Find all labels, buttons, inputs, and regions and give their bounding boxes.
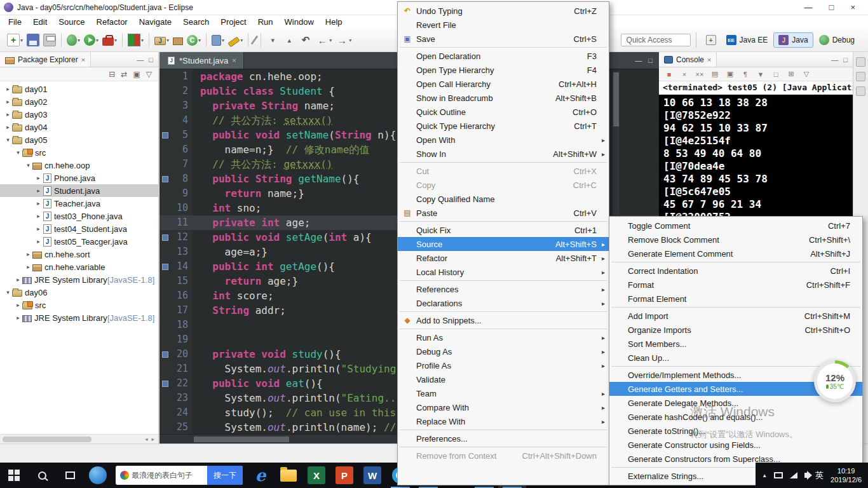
forward-icon[interactable]: → [336,34,348,46]
scrollbar-thumb[interactable] [613,72,619,126]
context-menu-item-declarations[interactable]: Declarations▸ [398,296,609,310]
context-menu-item-replace-with[interactable]: Replace With▸ [398,414,609,428]
scroll-right-icon[interactable]: ▸ [151,436,154,442]
tree-expander-icon[interactable]: ▾ [24,162,32,168]
open-console-icon[interactable]: ⊞ [786,69,796,79]
context-menu-item-references[interactable]: References▸ [398,282,609,296]
context-menu-item-open-declaration[interactable]: Open DeclarationF3 [398,49,609,63]
source-submenu-item-generate-element-comment[interactable]: Generate Element CommentAlt+Shift+J [609,247,862,261]
maximize-editor-icon[interactable]: □ [648,57,653,64]
tree-item-day05[interactable]: ▾day05 [0,133,158,146]
tree-item-jre-system-library-javase-1-8[interactable]: ▸JRE System Library [JavaSE-1.8] [0,273,158,286]
remove-launch-icon[interactable]: × [679,69,689,79]
maximize-view-icon[interactable]: □ [149,56,153,64]
menubar-item-window[interactable]: Window [279,16,320,28]
debug-icon[interactable] [67,34,77,46]
perspective-debug[interactable]: Debug [815,33,859,47]
word-icon[interactable]: W [358,463,386,488]
source-submenu-item-correct-indentation[interactable]: Correct IndentationCtrl+I [609,264,862,278]
minimize-view-icon[interactable]: — [137,56,144,64]
search-widget-button[interactable]: 搜一下 [207,466,243,485]
search-icon[interactable] [227,37,240,48]
start-button[interactable] [0,463,28,488]
context-menu-item-local-history[interactable]: Local History▸ [398,265,609,279]
context-menu-item-paste[interactable]: ▤PasteCtrl+V [398,206,609,220]
word-wrap-icon[interactable]: ¶ [740,69,750,79]
taskbar-clock[interactable]: 10:19 2019/12/6 [831,466,862,484]
console-output[interactable]: 10 66 13 18 38 28[I@7852e92294 62 15 10 … [659,95,853,226]
stop-icon[interactable]: ■ [664,69,674,79]
tree-item-day01[interactable]: ▸day01 [0,83,158,95]
dropdown-caret-icon[interactable]: ▾ [222,37,224,43]
context-menu-item-preferences[interactable]: Preferences... [398,431,609,445]
tree-expander-icon[interactable]: ▸ [14,276,22,283]
new-package-icon[interactable] [173,37,183,45]
tree-expander-icon[interactable]: ▸ [34,175,43,181]
context-menu-item-copy[interactable]: CopyCtrl+C [398,178,609,192]
dropdown-caret-icon[interactable]: ▾ [349,37,351,43]
context-menu-item-validate[interactable]: Validate [398,372,609,386]
menubar-item-run[interactable]: Run [252,16,279,28]
tree-expander-icon[interactable]: ▸ [14,302,22,308]
system-monitor-ball[interactable]: 12% 35℃ [814,360,856,402]
maximize-button[interactable]: □ [829,3,834,12]
tree-expander-icon[interactable]: ▸ [24,251,32,257]
context-menu-item-open-type-hierarchy[interactable]: Open Type HierarchyF4 [398,63,609,77]
package-explorer-hscrollbar[interactable]: ◂ ▸ [0,434,158,444]
dropdown-caret-icon[interactable]: ▾ [141,37,144,43]
source-submenu-item-organize-imports[interactable]: Organize ImportsCtrl+Shift+O [609,323,862,337]
quick-access[interactable]: Quick Access [621,34,691,46]
minimize-editor-icon[interactable]: — [635,57,642,64]
restore-view-icon[interactable] [856,72,865,81]
tree-expander-icon[interactable]: ▸ [34,226,43,232]
dropdown-caret-icon[interactable]: ▾ [96,37,98,43]
menubar-item-help[interactable]: Help [320,16,348,28]
tab-package-explorer[interactable]: Package Explorer × [0,52,91,67]
source-submenu-item-remove-block-comment[interactable]: Remove Block CommentCtrl+Shift+\ [609,233,862,247]
tree-item-cn-hehe-sort[interactable]: ▸cn.hehe.sort [0,248,158,261]
menubar-item-project[interactable]: Project [215,16,252,28]
tree-expander-icon[interactable]: ▸ [34,187,43,194]
source-submenu-item-generate-hashcode-and-equals[interactable]: Generate hashCode() and equals()... [609,410,862,424]
scroll-lock-icon[interactable]: ▣ [725,69,735,79]
pin-console-icon[interactable]: ▼ [756,69,766,79]
tree-expander-icon[interactable]: ▸ [4,86,12,92]
minimize-button[interactable]: — [804,3,813,12]
display-selected-console-icon[interactable]: □ [771,69,781,79]
focus-icon[interactable]: ▣ [133,70,140,79]
new-java-project-icon[interactable]: J [154,37,166,45]
excel-icon[interactable]: X [302,463,330,488]
context-menu-item-open-call-hierarchy[interactable]: Open Call HierarchyCtrl+Alt+H [398,77,609,91]
print-icon[interactable] [43,34,56,46]
new-class-icon[interactable]: C [187,35,198,46]
menubar-item-search[interactable]: Search [177,16,215,28]
close-view-icon[interactable]: × [81,56,85,64]
coverage-icon[interactable] [128,34,140,46]
tree-expander-icon[interactable]: ▸ [24,264,32,270]
context-menu-item-revert-file[interactable]: Revert File [398,18,609,32]
context-menu-item-quick-type-hierarchy[interactable]: Quick Type HierarchyCtrl+T [398,119,609,133]
maximize-view-icon[interactable]: □ [843,56,848,64]
dropdown-caret-icon[interactable]: ▾ [114,37,117,43]
source-submenu-item-toggle-comment[interactable]: Toggle CommentCtrl+7 [609,219,862,233]
volume-icon[interactable] [804,473,808,478]
tree-expander-icon[interactable]: ▸ [34,213,43,219]
tree-item-test05-teacger-java[interactable]: ▸Jtest05_Teacger.java [0,235,158,248]
context-menu-item-add-to-snippets[interactable]: ◆Add to Snippets... [398,313,609,327]
close-button[interactable]: × [850,3,855,12]
next-annotation-icon[interactable]: ▾ [266,34,279,46]
close-view-icon[interactable]: × [707,56,711,64]
context-menu-item-open-with[interactable]: Open With▸ [398,133,609,147]
task-view-button[interactable] [56,463,84,488]
restore-view-icon[interactable] [856,57,865,67]
run-icon[interactable] [84,34,95,46]
tree-item-phone-java[interactable]: ▸JPhone.java [0,172,158,184]
remove-all-launches-icon[interactable]: ×× [695,69,705,79]
monitor-tray-icon[interactable] [774,472,783,478]
new-wizard-icon[interactable]: + [7,34,20,46]
last-edit-location-icon[interactable]: ↶ [299,34,312,46]
context-menu-item-save[interactable]: ▣SaveCtrl+S [398,32,609,46]
tree-item-day02[interactable]: ▸day02 [0,95,158,108]
dropdown-caret-icon[interactable]: ▾ [329,37,332,43]
context-menu-item-team[interactable]: Team▸ [398,386,609,400]
